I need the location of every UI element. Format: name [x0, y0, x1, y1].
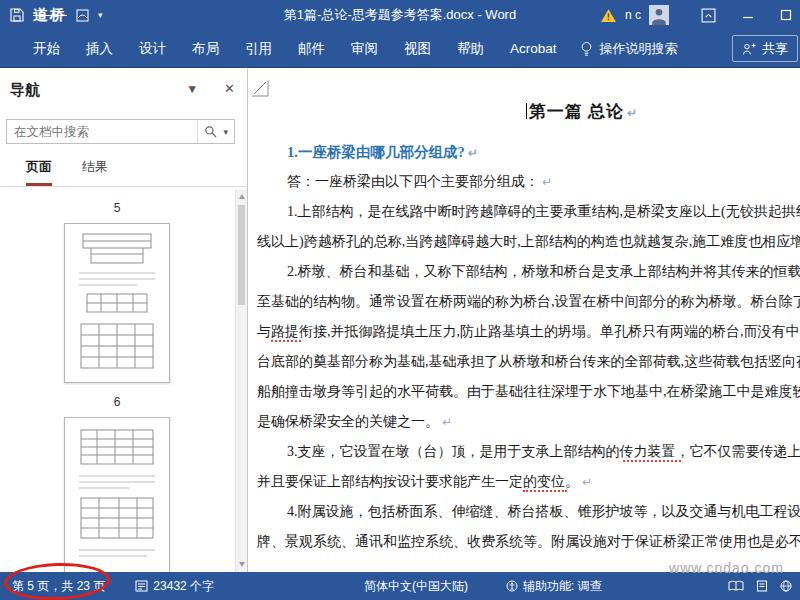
accessibility-icon — [506, 580, 518, 592]
doc-line-4: 2.桥墩、桥台和基础，又称下部结构，桥墩和桥台是支承上部结构并将其传来的恒载和车… — [257, 257, 800, 287]
site-watermark: www.cndao.com — [669, 560, 784, 576]
ribbon-tab-插入[interactable]: 插入 — [73, 30, 126, 68]
web-layout-icon[interactable] — [780, 580, 792, 592]
ribbon-tab-审阅[interactable]: 审阅 — [338, 30, 391, 68]
avatar[interactable] — [649, 5, 669, 25]
quick-access-toolbar: 道桥 ▾ — [0, 6, 103, 25]
doc-line-1: 答：一座桥梁由以下四个主要部分组成：↵ — [257, 167, 800, 197]
nav-tabs: 页面结果 — [0, 144, 247, 187]
ribbon-tab-视图[interactable]: 视图 — [391, 30, 444, 68]
ribbon-tab-帮助[interactable]: 帮助 — [444, 30, 497, 68]
doc-line-9: 是确保桥梁安全的关键之一。↵ — [257, 407, 800, 437]
account-area[interactable]: n c — [600, 5, 669, 25]
doc-line-7: 台底部的奠基部分称为基础,基础承担了从桥墩和桥台传来的全部荷载,这些荷载包括竖向… — [257, 347, 800, 377]
doc-line-5: 至基础的结构物。通常设置在桥两端的称为桥台,设置在桥中间部分的称为桥墩。桥台除了… — [257, 287, 800, 317]
nav-search-box: ▾ — [6, 119, 235, 144]
document-area[interactable]: 第一篇 总论↵ 1.一座桥梁由哪几部分组成?↵ 答：一座桥梁由以下四个主要部分组… — [249, 69, 800, 572]
scroll-up-icon[interactable] — [239, 194, 245, 199]
word-count-status[interactable]: 23432 个字 — [135, 578, 214, 595]
ribbon-tab-Acrobat[interactable]: Acrobat — [497, 30, 570, 68]
ribbon-display-options-icon[interactable] — [701, 8, 716, 23]
document-text: 第一篇 总论↵ 1.一座桥梁由哪几部分组成?↵ 答：一座桥梁由以下四个主要部分组… — [257, 93, 800, 557]
nav-scrollbar-thumb[interactable] — [238, 205, 245, 305]
word-window: 道桥 ▾ 第1篇-总论-思考题参考答案.docx - Word n c — [0, 0, 800, 600]
nav-search-input[interactable] — [7, 125, 197, 139]
accessibility-status[interactable]: 辅助功能: 调查 — [506, 578, 602, 595]
doc-line-8: 船舶撞击墩身等引起的水平荷载。由于基础往往深埋于水下地基中,在桥梁施工中是难度较… — [257, 377, 800, 407]
print-layout-icon[interactable] — [756, 580, 768, 592]
site-logo: 道桥 — [33, 6, 67, 25]
ribbon-tab-开始[interactable]: 开始 — [20, 30, 73, 68]
text-cursor — [526, 103, 527, 119]
lightbulb-icon — [580, 41, 593, 57]
page-thumbnail-5[interactable] — [64, 223, 170, 383]
nav-pane-title: 导航 — [10, 81, 40, 100]
word-count-icon — [135, 580, 148, 592]
language-status[interactable]: 简体中文(中国大陆) — [364, 578, 468, 595]
paragraph-mark: ↵ — [468, 146, 478, 160]
logo-bridge-icon — [76, 9, 89, 22]
ribbon-tab-邮件[interactable]: 邮件 — [285, 30, 338, 68]
search-dropdown-caret[interactable]: ▾ — [223, 127, 228, 137]
maximize-button[interactable] — [780, 9, 792, 21]
ribbon-tabs: 开始插入设计布局引用邮件审阅视图帮助Acrobat — [20, 30, 570, 68]
nav-dropdown-chevron-icon[interactable]: ▼ — [186, 82, 198, 96]
qat-dropdown-caret[interactable]: ▾ — [98, 10, 103, 20]
paragraph-mark: ↵ — [542, 175, 552, 189]
thumbnail-page-number: 6 — [0, 395, 234, 409]
window-controls — [701, 8, 796, 23]
ribbon-tab-引用[interactable]: 引用 — [232, 30, 285, 68]
doc-line-2: 1.上部结构，是在线路中断时跨越障碍的主要承重结构,是桥梁支座以上(无铰拱起拱线… — [257, 197, 800, 227]
doc-title: 第一篇 总论 — [529, 102, 624, 121]
nav-thumbnails: 5 — [0, 189, 234, 572]
warning-icon[interactable] — [600, 8, 617, 23]
nav-header: 导航 ▼ ✕ — [0, 69, 247, 109]
tell-me-label: 操作说明搜索 — [600, 40, 678, 58]
navigation-pane: 导航 ▼ ✕ ▾ 页面结果 5 — [0, 69, 248, 572]
view-switcher — [728, 580, 792, 592]
page-thumbnail-6[interactable] — [64, 417, 170, 572]
doc-line-10: 3.支座，它设置在墩（台）顶，是用于支承上部结构的传力装置，它不仅需要传递上部结… — [257, 437, 800, 467]
ribbon-tab-布局[interactable]: 布局 — [179, 30, 232, 68]
share-icon — [742, 42, 756, 56]
nav-scrollbar[interactable] — [235, 189, 247, 572]
share-button[interactable]: 共享 — [732, 35, 798, 62]
doc-line-11: 并且要保证上部结构按设计要求能产生一定的变位。↵ — [257, 467, 800, 497]
ribbon-tab-设计[interactable]: 设计 — [126, 30, 179, 68]
account-name: n c — [625, 8, 641, 22]
doc-heading: 1.一座桥梁由哪几部分组成?↵ — [257, 137, 800, 167]
thumbnail-page-number: 5 — [0, 201, 234, 215]
doc-line-3: 线以上)跨越桥孔的总称,当跨越障碍越大时,上部结构的构造也就越复杂,施工难度也相… — [257, 227, 800, 257]
paragraph-mark: ↵ — [442, 415, 452, 429]
main-area: 导航 ▼ ✕ ▾ 页面结果 5 — [0, 69, 800, 572]
ribbon: 开始插入设计布局引用邮件审阅视图帮助Acrobat 操作说明搜索 共享 — [0, 30, 800, 68]
scroll-down-icon[interactable] — [239, 562, 245, 567]
tell-me-box[interactable]: 操作说明搜索 — [580, 40, 678, 58]
doc-line-13: 牌、景观系统、通讯和监控系统、收费系统等。附属设施对于保证桥梁正常使用也是必不可… — [257, 527, 800, 557]
titlebar: 道桥 ▾ 第1篇-总论-思考题参考答案.docx - Word n c — [0, 0, 800, 30]
minimize-button[interactable] — [742, 9, 754, 21]
nav-close-icon[interactable]: ✕ — [224, 81, 235, 96]
nav-search-controls[interactable]: ▾ — [197, 120, 234, 143]
paragraph-mark: ↵ — [582, 475, 592, 489]
read-mode-icon[interactable] — [728, 580, 744, 592]
doc-line-12: 4.附属设施，包括桥面系、伸缩缝、桥台搭板、锥形护坡等，以及交通与机电工程设施：… — [257, 497, 800, 527]
nav-tab-结果[interactable]: 结果 — [82, 158, 108, 186]
search-icon[interactable] — [204, 125, 217, 138]
doc-title-line: 第一篇 总论↵ — [257, 93, 800, 131]
paragraph-mark: ↵ — [627, 106, 638, 120]
nav-tab-页面[interactable]: 页面 — [26, 158, 52, 186]
save-icon[interactable] — [10, 8, 24, 22]
share-label: 共享 — [762, 40, 788, 58]
page-count-status[interactable]: 第 5 页，共 23 页 — [12, 578, 105, 595]
status-bar: 第 5 页，共 23 页 23432 个字 简体中文(中国大陆) 辅助功能: 调… — [0, 572, 800, 600]
doc-lines: 答：一座桥梁由以下四个主要部分组成：↵1.上部结构，是在线路中断时跨越障碍的主要… — [257, 167, 800, 557]
doc-line-6: 与路提衔接,并抵御路提填土压力,防止路基填土的坍塌。单孔桥只有两端的桥台,而没有… — [257, 317, 800, 347]
titlebar-right: n c — [600, 0, 796, 30]
